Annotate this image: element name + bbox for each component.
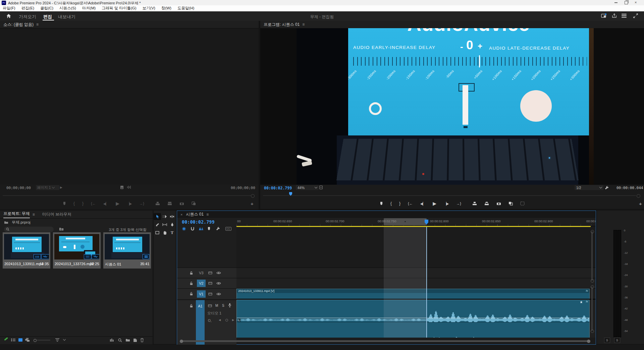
add-keyframe-icon[interactable] <box>225 319 228 322</box>
source-zoom-select[interactable]: 페이지 1 <box>36 185 59 190</box>
search-input[interactable] <box>4 227 54 232</box>
source-goto-in-icon[interactable]: {← <box>91 201 96 206</box>
prev-keyframe-icon[interactable]: ◀ <box>219 318 221 322</box>
track-output-eye-icon[interactable] <box>216 282 221 285</box>
track-lock-icon[interactable] <box>190 292 193 296</box>
program-scrubber[interactable] <box>260 191 644 198</box>
program-zoom-select[interactable]: 44% <box>296 185 319 190</box>
program-step-back-icon[interactable]: ◀▏ <box>420 202 425 206</box>
source-scrubber[interactable] <box>0 191 259 198</box>
source-page-next-icon[interactable]: ▶ <box>60 186 62 189</box>
new-item-icon[interactable] <box>133 338 137 342</box>
search-bin-icon[interactable] <box>59 227 64 231</box>
track-header-a1[interactable]: A1 M S 오디오 1 O, ◀ ▶ <box>177 300 236 345</box>
program-add-button[interactable]: + <box>639 201 642 207</box>
source-panel-menu-icon[interactable]: ≡ <box>36 22 39 27</box>
tool-slip[interactable] <box>161 221 168 228</box>
captions-cc-icon[interactable]: CC <box>225 227 231 231</box>
timeline-ruler[interactable]: 0000:00:02.65000:00:02.70000:00:02.75000… <box>236 218 596 226</box>
program-comparison-view-icon[interactable] <box>508 201 513 206</box>
list-view-icon[interactable] <box>11 338 15 342</box>
project-bin-row[interactable]: 무제.prproj <box>0 219 153 225</box>
project-item-card-1[interactable]: 20241013_133911.mp4 13:35 <box>3 232 50 269</box>
track-header-v3[interactable]: V3 <box>177 268 236 278</box>
program-panel-menu-icon[interactable]: ≡ <box>302 22 305 27</box>
program-panel-tab[interactable]: 프로그램: 시퀀스 01 <box>264 22 300 27</box>
source-add-button[interactable]: + <box>251 201 254 207</box>
timeline-tab[interactable]: 시퀀스 01 <box>186 212 204 217</box>
solo-button[interactable]: S <box>222 304 224 307</box>
media-browser-tab[interactable]: 미디어 브라우저 <box>42 212 71 217</box>
source-button-editor-icon[interactable] <box>127 185 131 189</box>
program-extract-icon[interactable] <box>484 201 489 206</box>
zoom-slider-rail[interactable] <box>37 340 50 340</box>
menu-item-2[interactable]: 클립(C) <box>40 6 53 11</box>
program-mark-out-icon[interactable]: } <box>399 201 400 206</box>
track-badge-v3[interactable]: V3 <box>197 271 206 275</box>
find-icon[interactable] <box>118 338 122 342</box>
sort-chevron-icon[interactable] <box>63 338 66 341</box>
mute-button[interactable]: M <box>215 304 218 307</box>
source-overwrite-icon[interactable] <box>167 201 172 206</box>
timeline-h-scrollbar[interactable] <box>180 339 593 343</box>
workspace-switcher-icon[interactable] <box>601 13 606 18</box>
program-step-forward-icon[interactable]: ▕▶ <box>444 202 449 206</box>
menu-item-0[interactable]: 파일(F) <box>3 6 15 11</box>
automate-to-sequence-icon[interactable] <box>110 338 114 342</box>
freeform-view-icon[interactable] <box>25 338 30 342</box>
source-drag-av-icon[interactable] <box>192 201 196 206</box>
tool-selection[interactable] <box>154 213 161 220</box>
tool-ripple-edit[interactable] <box>168 213 176 220</box>
program-settings-wrench-icon[interactable] <box>605 186 609 190</box>
project-writable-pencil-icon[interactable] <box>4 337 8 341</box>
sync-lock-icon[interactable] <box>208 292 212 296</box>
source-settings-icon[interactable] <box>120 185 124 189</box>
playhead-line[interactable] <box>426 227 427 338</box>
nest-insert-icon[interactable] <box>182 227 186 231</box>
sync-lock-icon[interactable] <box>208 271 212 275</box>
program-mark-in-icon[interactable]: { <box>390 201 392 206</box>
program-lift-icon[interactable] <box>472 201 477 206</box>
tool-hand[interactable] <box>161 229 168 236</box>
minimize-button[interactable] <box>614 2 618 3</box>
voiceover-mic-icon[interactable] <box>228 303 231 307</box>
meter-solo-right-button[interactable]: S <box>614 338 620 343</box>
timeline-settings-wrench-icon[interactable] <box>216 227 220 231</box>
source-timecode-current[interactable]: 00;00;00;00 <box>6 186 31 190</box>
menu-item-5[interactable]: 그래픽 및 타이틀(G) <box>102 6 137 11</box>
linked-selection-icon[interactable] <box>199 227 204 231</box>
next-keyframe-icon[interactable]: ▶ <box>232 318 234 322</box>
program-resolution-select[interactable]: 1/2 <box>575 185 603 190</box>
source-mark-in-icon[interactable]: { <box>73 201 75 206</box>
program-button-editor-icon[interactable] <box>520 201 525 206</box>
timeline-v-scrollbar-video[interactable] <box>591 230 594 282</box>
fullscreen-icon[interactable] <box>633 13 638 18</box>
tool-track-select-forward[interactable] <box>161 213 168 220</box>
track-lock-icon[interactable] <box>190 282 193 285</box>
program-scrollbar-handle[interactable] <box>637 194 640 198</box>
project-panel-tab[interactable]: 프로젝트: 무제 <box>3 211 30 218</box>
menu-item-3[interactable]: 시퀀스(S) <box>59 6 76 11</box>
h-scroll-handle-left[interactable] <box>180 340 183 343</box>
tool-rectangle[interactable] <box>154 229 161 236</box>
timeline-panel-menu-icon[interactable]: ≡ <box>206 212 209 217</box>
source-step-forward-icon[interactable]: ▕▶ <box>127 202 132 206</box>
track-output-eye-icon[interactable] <box>216 272 221 274</box>
source-play-icon[interactable]: ▶ <box>116 201 119 206</box>
program-timecode-current[interactable]: 00:00:02.799 <box>264 186 292 190</box>
add-marker-icon[interactable] <box>207 227 211 231</box>
zoom-slider-knob[interactable] <box>34 339 37 342</box>
timeline-timecode[interactable]: 00:00:02.799 <box>182 219 215 225</box>
h-scroll-handle-right[interactable] <box>587 340 590 343</box>
tool-type[interactable]: T <box>168 229 176 236</box>
source-goto-out-icon[interactable]: →} <box>139 201 144 206</box>
source-panel-tab[interactable]: 소스: (클립 없음) <box>3 22 34 27</box>
program-video-viewport[interactable]: AudioAdvice AUDIO EARLY-INCREASE DELAY -… <box>260 28 644 185</box>
track-badge-a1[interactable]: A1 <box>196 300 205 345</box>
program-export-frame-icon[interactable] <box>496 202 501 206</box>
sync-lock-icon[interactable] <box>208 304 212 307</box>
quick-export-stack-icon[interactable] <box>621 14 627 18</box>
tool-pen[interactable] <box>168 221 176 228</box>
keyframe-mode-select[interactable]: O, <box>208 319 212 323</box>
program-add-marker-icon[interactable] <box>380 201 383 206</box>
